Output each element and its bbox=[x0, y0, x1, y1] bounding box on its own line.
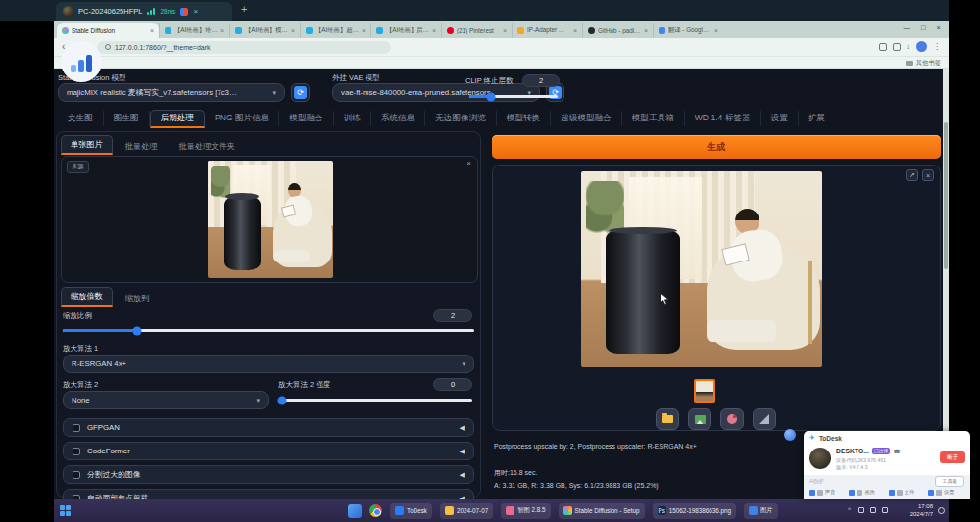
clip-skip-value[interactable]: 2 bbox=[522, 74, 560, 87]
site-info-icon[interactable] bbox=[105, 44, 111, 50]
send-to-img2img-button[interactable] bbox=[720, 408, 744, 430]
close-tab-icon[interactable]: × bbox=[432, 27, 436, 34]
chrome-icon[interactable] bbox=[369, 504, 382, 517]
tab-scale-by[interactable]: 缩放倍数 bbox=[61, 287, 113, 307]
upscaler1-dropdown[interactable]: R-ESRGAN 4x+ ▾ bbox=[63, 355, 474, 373]
scrollbar-thumb[interactable] bbox=[944, 122, 948, 269]
taskbar-todesk[interactable]: ToDesk bbox=[390, 503, 432, 519]
settings-button[interactable]: 设置 bbox=[928, 489, 954, 496]
checkbox[interactable] bbox=[73, 448, 80, 455]
slider-knob[interactable] bbox=[486, 92, 495, 101]
close-tab-icon[interactable]: × bbox=[644, 27, 648, 34]
browser-tab[interactable]: GitHub - padix/StableDiffusion× bbox=[582, 23, 653, 38]
refresh-sd-model-button[interactable]: ⟳ bbox=[291, 83, 310, 102]
browser-tab-active[interactable]: Stable Diffusion × bbox=[57, 23, 159, 38]
notification-icon[interactable] bbox=[938, 507, 945, 514]
tab-model-converter[interactable]: 模型转换 bbox=[497, 111, 551, 126]
accordion-gfpgan[interactable]: GFPGAN ◀ bbox=[63, 418, 474, 437]
scale-ratio-value[interactable]: 2 bbox=[433, 309, 472, 322]
tab-train[interactable]: 训练 bbox=[334, 111, 371, 126]
tab-batch-process[interactable]: 批量处理 bbox=[117, 138, 167, 155]
taskbar-sd-setup[interactable]: Stable Diffusion - Setup bbox=[559, 503, 645, 519]
browser-tab[interactable]: 【AI绘画】后期处理实战教程× bbox=[370, 23, 441, 38]
download-icon[interactable]: ↓ bbox=[906, 43, 910, 51]
upscaler2-strength-slider[interactable] bbox=[278, 399, 472, 402]
tab-checkpoint-merger[interactable]: 模型融合 bbox=[279, 111, 333, 126]
start-button[interactable] bbox=[60, 505, 71, 516]
slider-knob[interactable] bbox=[277, 396, 286, 404]
checkbox[interactable] bbox=[73, 471, 80, 479]
tab-settings[interactable]: 设置 bbox=[761, 111, 799, 126]
tab-extras[interactable]: 后期处理 bbox=[150, 110, 205, 128]
minimize-button[interactable]: — bbox=[904, 24, 911, 32]
tray-chevron-icon[interactable]: ^ bbox=[848, 506, 851, 513]
accordion-codeformer[interactable]: CodeFormer ◀ bbox=[63, 442, 474, 460]
collapse-icon[interactable]: ◀ bbox=[460, 448, 465, 455]
sound-toggle[interactable]: 声音 bbox=[809, 489, 835, 496]
tab-extensions[interactable]: 扩展 bbox=[799, 111, 835, 126]
generate-button[interactable]: 生成 bbox=[492, 135, 941, 159]
sidepanel-icon[interactable] bbox=[893, 43, 901, 51]
close-tab-icon[interactable]: × bbox=[714, 27, 718, 34]
disconnect-button[interactable]: 断开 bbox=[940, 451, 965, 463]
tab-txt2img[interactable]: 文生图 bbox=[58, 111, 104, 126]
browser-tab[interactable]: IP-Adapter 模型下载× bbox=[512, 23, 582, 38]
tab-batch-from-dir[interactable]: 批量处理文件夹 bbox=[171, 138, 244, 155]
quality-toggle[interactable]: 画质 bbox=[849, 489, 874, 496]
tab-wd14-tagger[interactable]: WD 1.4 标签器 bbox=[685, 111, 761, 126]
tab-single-image[interactable]: 单张图片 bbox=[61, 135, 113, 155]
tray-clock[interactable]: 17:08 2024/7/7 bbox=[910, 503, 933, 518]
collapse-icon[interactable]: ◀ bbox=[460, 471, 465, 479]
session-grid-icon[interactable] bbox=[180, 8, 188, 16]
collapse-icon[interactable]: ◀ bbox=[460, 424, 465, 432]
result-image[interactable] bbox=[581, 171, 822, 367]
source-image[interactable] bbox=[208, 161, 333, 278]
taskbar-photoshop-file[interactable]: Ps15062-198386636.png bbox=[653, 503, 736, 519]
upscaler2-strength-value[interactable]: 0 bbox=[433, 378, 472, 391]
file-transfer-button[interactable]: 文件 bbox=[889, 489, 914, 496]
other-bookmarks[interactable]: 其他书签 bbox=[906, 59, 941, 68]
new-session-button[interactable]: + bbox=[241, 3, 247, 15]
close-tab-icon[interactable]: × bbox=[362, 27, 366, 34]
browser-tab[interactable]: 【AI绘画】模型安装与推荐教程× bbox=[229, 23, 300, 38]
maximize-button[interactable]: □ bbox=[921, 24, 926, 32]
tray-volume-icon[interactable] bbox=[870, 507, 876, 513]
extension-icon[interactable] bbox=[879, 43, 887, 51]
tab-model-toolkit[interactable]: 模型工具箱 bbox=[622, 111, 685, 126]
source-image-dropzone[interactable]: 来源 × bbox=[61, 156, 478, 283]
upscaler2-dropdown[interactable]: None ▾ bbox=[63, 391, 269, 409]
checkbox[interactable] bbox=[73, 424, 80, 432]
browser-tab[interactable]: 【AI绘画】绘世整合包 v4.2 使用教程× bbox=[159, 23, 229, 38]
browser-tab[interactable]: 翻译 - Google 翻译× bbox=[653, 23, 723, 38]
sd-model-dropdown[interactable]: majicMIX realistic 麦橘写实_v7.safetensors [… bbox=[58, 83, 285, 102]
taskbar-folder[interactable]: 2024-07-07 bbox=[440, 503, 493, 519]
tab-system-info[interactable]: 系统信息 bbox=[371, 111, 425, 126]
browser-menu-icon[interactable]: ⋮ bbox=[933, 42, 941, 51]
tab-scale-to[interactable]: 缩放到 bbox=[117, 290, 159, 307]
profile-avatar[interactable] bbox=[916, 41, 927, 52]
widgets-icon[interactable] bbox=[348, 504, 362, 518]
accordion-split-oversized[interactable]: 分割过大的图像 ◀ bbox=[63, 465, 474, 484]
popout-icon[interactable]: ↗ bbox=[906, 169, 918, 181]
slider-knob[interactable] bbox=[132, 326, 141, 335]
tab-img2img[interactable]: 图生图 bbox=[104, 111, 150, 126]
gallery-thumbnail[interactable] bbox=[694, 379, 715, 403]
close-tab-icon[interactable]: × bbox=[220, 27, 224, 34]
remote-session-tab[interactable]: PC-20240625HFPL 28ms × bbox=[56, 2, 232, 21]
accordion-auto-face-crop[interactable]: 自动面部焦点剪裁 ◀ bbox=[63, 489, 474, 499]
close-window-button[interactable]: × bbox=[937, 24, 941, 32]
close-session-icon[interactable]: × bbox=[193, 7, 198, 16]
todesk-floating-ball[interactable] bbox=[784, 429, 796, 441]
phone-icon[interactable]: ☎ bbox=[893, 448, 900, 454]
tab-super-merger[interactable]: 超级模型融合 bbox=[551, 111, 622, 126]
clear-image-icon[interactable]: × bbox=[466, 159, 471, 167]
close-preview-icon[interactable]: × bbox=[922, 169, 934, 181]
close-tab-icon[interactable]: × bbox=[503, 27, 507, 34]
tray-network-icon[interactable] bbox=[858, 507, 864, 513]
scale-ratio-slider[interactable] bbox=[63, 329, 474, 332]
taskbar-zhitu[interactable]: 智图 2.8.5 bbox=[501, 503, 550, 519]
tab-infinite-browser[interactable]: 无边图像浏览 bbox=[425, 111, 497, 126]
close-tab-icon[interactable]: × bbox=[150, 27, 154, 34]
close-tab-icon[interactable]: × bbox=[573, 27, 577, 34]
send-to-extras-button[interactable] bbox=[753, 408, 776, 430]
